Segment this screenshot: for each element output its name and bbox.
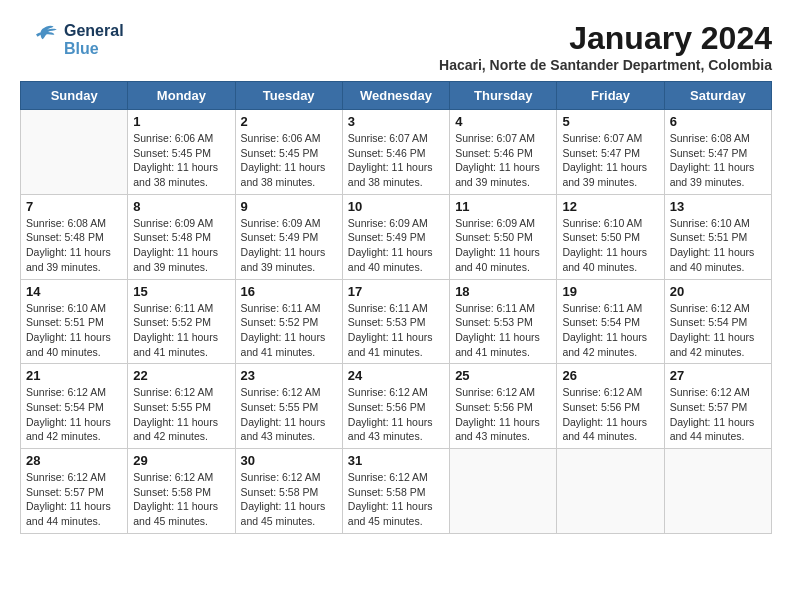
day-info: Sunrise: 6:08 AMSunset: 5:47 PMDaylight:…: [670, 131, 766, 190]
calendar-cell: 24Sunrise: 6:12 AMSunset: 5:56 PMDayligh…: [342, 364, 449, 449]
day-info: Sunrise: 6:07 AMSunset: 5:46 PMDaylight:…: [348, 131, 444, 190]
calendar-cell: 16Sunrise: 6:11 AMSunset: 5:52 PMDayligh…: [235, 279, 342, 364]
calendar-cell: [450, 449, 557, 534]
calendar-week-5: 28Sunrise: 6:12 AMSunset: 5:57 PMDayligh…: [21, 449, 772, 534]
weekday-header-sunday: Sunday: [21, 82, 128, 110]
day-info: Sunrise: 6:12 AMSunset: 5:58 PMDaylight:…: [348, 470, 444, 529]
calendar-cell: 30Sunrise: 6:12 AMSunset: 5:58 PMDayligh…: [235, 449, 342, 534]
calendar-week-3: 14Sunrise: 6:10 AMSunset: 5:51 PMDayligh…: [21, 279, 772, 364]
calendar-cell: 27Sunrise: 6:12 AMSunset: 5:57 PMDayligh…: [664, 364, 771, 449]
calendar-cell: 21Sunrise: 6:12 AMSunset: 5:54 PMDayligh…: [21, 364, 128, 449]
logo-blue: Blue: [64, 40, 124, 58]
weekday-header-wednesday: Wednesday: [342, 82, 449, 110]
day-number: 13: [670, 199, 766, 214]
calendar-cell: 18Sunrise: 6:11 AMSunset: 5:53 PMDayligh…: [450, 279, 557, 364]
calendar-cell: [557, 449, 664, 534]
day-info: Sunrise: 6:07 AMSunset: 5:47 PMDaylight:…: [562, 131, 658, 190]
main-title: January 2024: [439, 20, 772, 57]
day-info: Sunrise: 6:12 AMSunset: 5:54 PMDaylight:…: [26, 385, 122, 444]
calendar-week-2: 7Sunrise: 6:08 AMSunset: 5:48 PMDaylight…: [21, 194, 772, 279]
day-info: Sunrise: 6:12 AMSunset: 5:55 PMDaylight:…: [241, 385, 337, 444]
logo-general: General: [64, 22, 124, 40]
day-number: 19: [562, 284, 658, 299]
calendar-cell: 15Sunrise: 6:11 AMSunset: 5:52 PMDayligh…: [128, 279, 235, 364]
header: General Blue January 2024 Hacari, Norte …: [20, 20, 772, 73]
day-number: 31: [348, 453, 444, 468]
day-info: Sunrise: 6:12 AMSunset: 5:56 PMDaylight:…: [348, 385, 444, 444]
day-info: Sunrise: 6:09 AMSunset: 5:49 PMDaylight:…: [348, 216, 444, 275]
day-info: Sunrise: 6:12 AMSunset: 5:56 PMDaylight:…: [562, 385, 658, 444]
weekday-header-monday: Monday: [128, 82, 235, 110]
subtitle: Hacari, Norte de Santander Department, C…: [439, 57, 772, 73]
logo-text: General Blue: [64, 22, 124, 57]
day-info: Sunrise: 6:07 AMSunset: 5:46 PMDaylight:…: [455, 131, 551, 190]
calendar-week-4: 21Sunrise: 6:12 AMSunset: 5:54 PMDayligh…: [21, 364, 772, 449]
day-info: Sunrise: 6:10 AMSunset: 5:51 PMDaylight:…: [26, 301, 122, 360]
day-info: Sunrise: 6:11 AMSunset: 5:54 PMDaylight:…: [562, 301, 658, 360]
day-number: 23: [241, 368, 337, 383]
calendar-cell: 2Sunrise: 6:06 AMSunset: 5:45 PMDaylight…: [235, 110, 342, 195]
day-number: 29: [133, 453, 229, 468]
calendar-cell: 6Sunrise: 6:08 AMSunset: 5:47 PMDaylight…: [664, 110, 771, 195]
day-info: Sunrise: 6:09 AMSunset: 5:50 PMDaylight:…: [455, 216, 551, 275]
calendar-cell: 9Sunrise: 6:09 AMSunset: 5:49 PMDaylight…: [235, 194, 342, 279]
day-info: Sunrise: 6:12 AMSunset: 5:56 PMDaylight:…: [455, 385, 551, 444]
calendar-cell: 25Sunrise: 6:12 AMSunset: 5:56 PMDayligh…: [450, 364, 557, 449]
day-number: 24: [348, 368, 444, 383]
calendar-cell: 5Sunrise: 6:07 AMSunset: 5:47 PMDaylight…: [557, 110, 664, 195]
day-number: 9: [241, 199, 337, 214]
logo-icon: [20, 20, 60, 60]
calendar-cell: 13Sunrise: 6:10 AMSunset: 5:51 PMDayligh…: [664, 194, 771, 279]
day-number: 28: [26, 453, 122, 468]
calendar-cell: [664, 449, 771, 534]
page-container: General Blue January 2024 Hacari, Norte …: [20, 20, 772, 534]
day-number: 20: [670, 284, 766, 299]
day-info: Sunrise: 6:12 AMSunset: 5:58 PMDaylight:…: [241, 470, 337, 529]
day-info: Sunrise: 6:10 AMSunset: 5:51 PMDaylight:…: [670, 216, 766, 275]
calendar-header: SundayMondayTuesdayWednesdayThursdayFrid…: [21, 82, 772, 110]
day-info: Sunrise: 6:12 AMSunset: 5:54 PMDaylight:…: [670, 301, 766, 360]
day-number: 15: [133, 284, 229, 299]
day-number: 12: [562, 199, 658, 214]
day-number: 4: [455, 114, 551, 129]
day-number: 8: [133, 199, 229, 214]
day-info: Sunrise: 6:11 AMSunset: 5:52 PMDaylight:…: [241, 301, 337, 360]
day-info: Sunrise: 6:09 AMSunset: 5:49 PMDaylight:…: [241, 216, 337, 275]
calendar-cell: 3Sunrise: 6:07 AMSunset: 5:46 PMDaylight…: [342, 110, 449, 195]
day-info: Sunrise: 6:12 AMSunset: 5:55 PMDaylight:…: [133, 385, 229, 444]
calendar-body: 1Sunrise: 6:06 AMSunset: 5:45 PMDaylight…: [21, 110, 772, 534]
calendar-cell: 14Sunrise: 6:10 AMSunset: 5:51 PMDayligh…: [21, 279, 128, 364]
day-number: 6: [670, 114, 766, 129]
day-number: 1: [133, 114, 229, 129]
calendar-cell: 26Sunrise: 6:12 AMSunset: 5:56 PMDayligh…: [557, 364, 664, 449]
day-number: 26: [562, 368, 658, 383]
day-number: 2: [241, 114, 337, 129]
day-number: 17: [348, 284, 444, 299]
day-number: 27: [670, 368, 766, 383]
calendar-cell: 7Sunrise: 6:08 AMSunset: 5:48 PMDaylight…: [21, 194, 128, 279]
day-number: 3: [348, 114, 444, 129]
calendar-cell: 4Sunrise: 6:07 AMSunset: 5:46 PMDaylight…: [450, 110, 557, 195]
day-info: Sunrise: 6:11 AMSunset: 5:52 PMDaylight:…: [133, 301, 229, 360]
day-number: 10: [348, 199, 444, 214]
calendar: SundayMondayTuesdayWednesdayThursdayFrid…: [20, 81, 772, 534]
day-info: Sunrise: 6:12 AMSunset: 5:57 PMDaylight:…: [670, 385, 766, 444]
day-number: 25: [455, 368, 551, 383]
calendar-cell: 8Sunrise: 6:09 AMSunset: 5:48 PMDaylight…: [128, 194, 235, 279]
calendar-week-1: 1Sunrise: 6:06 AMSunset: 5:45 PMDaylight…: [21, 110, 772, 195]
day-info: Sunrise: 6:12 AMSunset: 5:58 PMDaylight:…: [133, 470, 229, 529]
day-info: Sunrise: 6:08 AMSunset: 5:48 PMDaylight:…: [26, 216, 122, 275]
calendar-cell: 12Sunrise: 6:10 AMSunset: 5:50 PMDayligh…: [557, 194, 664, 279]
weekday-header-tuesday: Tuesday: [235, 82, 342, 110]
day-info: Sunrise: 6:06 AMSunset: 5:45 PMDaylight:…: [133, 131, 229, 190]
weekday-row: SundayMondayTuesdayWednesdayThursdayFrid…: [21, 82, 772, 110]
calendar-cell: 20Sunrise: 6:12 AMSunset: 5:54 PMDayligh…: [664, 279, 771, 364]
day-info: Sunrise: 6:12 AMSunset: 5:57 PMDaylight:…: [26, 470, 122, 529]
day-number: 14: [26, 284, 122, 299]
day-info: Sunrise: 6:11 AMSunset: 5:53 PMDaylight:…: [455, 301, 551, 360]
day-number: 16: [241, 284, 337, 299]
day-number: 22: [133, 368, 229, 383]
day-info: Sunrise: 6:11 AMSunset: 5:53 PMDaylight:…: [348, 301, 444, 360]
weekday-header-thursday: Thursday: [450, 82, 557, 110]
day-info: Sunrise: 6:09 AMSunset: 5:48 PMDaylight:…: [133, 216, 229, 275]
